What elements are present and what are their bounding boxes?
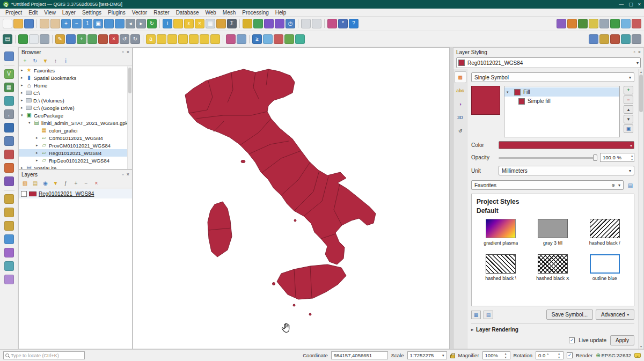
icon-view-toggle[interactable]: ▦ [471, 311, 481, 319]
apply-button[interactable]: Apply [610, 335, 634, 345]
undock-panel-icon[interactable]: ▫ [122, 49, 124, 55]
expand-arrow-icon[interactable] [21, 91, 26, 95]
processing-toolbox-icon[interactable]: * [338, 19, 348, 28]
field-calculator-icon[interactable] [216, 19, 226, 28]
scale-combo[interactable]: 1:7252275 ▾ [407, 351, 447, 359]
add-point-cloud-icon[interactable] [4, 275, 14, 284]
style-item[interactable]: gradient plasma [484, 219, 518, 246]
style-manager-button[interactable]: ▤ [626, 181, 634, 189]
toggle-editing-icon[interactable]: ✎ [55, 34, 65, 44]
close-panel-icon[interactable]: × [638, 49, 641, 55]
minimize-button[interactable]: — [619, 2, 624, 7]
browser-tree-item[interactable]: RipGeo01012021_WGS84 [19, 157, 132, 164]
browser-add-layers-icon[interactable]: + [21, 57, 29, 65]
browser-tree-item[interactable]: D:\ (Volumes) [19, 97, 132, 104]
new-bookmark-icon[interactable] [264, 19, 274, 28]
map-refresh-icon[interactable]: ↻ [147, 19, 157, 28]
style-manager-icon[interactable] [327, 19, 337, 28]
style-item[interactable]: hashed black \ [485, 254, 516, 281]
menu-item[interactable]: Database [173, 10, 202, 16]
expand-arrow-icon[interactable] [21, 83, 26, 87]
zoom-full-icon[interactable]: ▣ [93, 19, 103, 28]
duplicate-symbol-layer-button[interactable]: ▣ [624, 124, 633, 133]
about-icon[interactable] [632, 19, 641, 28]
osm-search-icon[interactable] [263, 34, 273, 44]
clear-filter-icon[interactable]: ⊗ [611, 183, 615, 188]
diagram-options-icon[interactable] [226, 34, 236, 44]
collapse-all-icon[interactable]: − [82, 179, 90, 187]
browser-scrollbar[interactable] [127, 67, 132, 169]
add-virtual-layer-icon[interactable] [4, 176, 14, 186]
layout-manager-icon[interactable] [312, 19, 321, 28]
add-arcgis-layer-icon[interactable] [4, 234, 14, 244]
crs-button[interactable]: ⊕ EPSG:32632 [596, 352, 631, 358]
style-swatch[interactable] [590, 254, 620, 274]
georeferencer-icon[interactable] [557, 19, 566, 28]
plugin-manager-icon[interactable] [610, 19, 620, 28]
undock-panel-icon[interactable]: ▫ [122, 172, 124, 177]
add-spatialite-layer-icon[interactable] [4, 136, 14, 146]
browser-tree-item[interactable]: C:\ [19, 89, 132, 97]
map-canvas[interactable] [133, 47, 450, 349]
save-project-icon[interactable] [24, 19, 34, 28]
undo-icon[interactable]: ↺ [120, 34, 129, 44]
move-feature-icon[interactable] [87, 34, 97, 44]
menu-item[interactable]: Raster [150, 10, 172, 16]
advanced-button[interactable]: Advanced ▾ [596, 310, 634, 320]
spatial-query-icon[interactable] [599, 34, 609, 44]
scroll-down-icon[interactable]: ▾ [639, 344, 643, 348]
filter-expression-icon[interactable]: ƒ [62, 179, 70, 187]
close-button[interactable]: × [638, 2, 641, 7]
browser-collapse-all-icon[interactable]: ↑ [52, 57, 60, 65]
add-vector-tile-icon[interactable] [4, 248, 14, 257]
expand-all-icon[interactable]: + [72, 179, 80, 187]
menu-item[interactable]: Vector [129, 10, 150, 16]
coordinate-box[interactable]: 984157,4056651 [331, 351, 388, 359]
label-pin-icon[interactable] [167, 34, 177, 44]
measure-icon[interactable] [243, 19, 252, 28]
remove-layer-icon[interactable]: × [92, 179, 100, 187]
filter-legend-icon[interactable]: ▼ [52, 179, 60, 187]
spin-down-icon[interactable]: ▾ [558, 356, 560, 359]
symbology-tab[interactable]: ▨ [455, 71, 466, 83]
add-mesh-layer-icon[interactable] [4, 96, 14, 106]
3d-view-tab[interactable]: 3D [455, 112, 466, 123]
redo-icon[interactable]: ↻ [130, 34, 140, 44]
menu-item[interactable]: View [41, 10, 59, 16]
mask-tab[interactable]: ◑ [455, 98, 466, 110]
spin-down-icon[interactable]: ▾ [631, 158, 633, 161]
add-symbol-layer-button[interactable]: + [624, 86, 633, 94]
add-wfs-layer-icon[interactable] [4, 221, 14, 231]
vertex-tool-icon[interactable] [98, 34, 108, 44]
sync-icon[interactable] [295, 34, 305, 44]
style-filter-combo[interactable]: Favorites ⊗ ▾ [471, 180, 624, 190]
annotation-icon[interactable] [589, 19, 598, 28]
add-xyz-layer-icon[interactable] [4, 261, 14, 271]
browser-tree-item[interactable]: Favorites [19, 67, 132, 74]
style-swatch[interactable] [590, 219, 620, 238]
browser-tree-item[interactable]: Reg01012021_WGS84 [19, 149, 132, 157]
lock-scale-icon[interactable] [450, 355, 455, 358]
label-rotate-icon[interactable] [200, 34, 209, 44]
manage-themes-icon[interactable]: ◉ [41, 179, 49, 187]
menu-item[interactable]: Mesh [219, 10, 239, 16]
color-button[interactable]: ▾ [499, 141, 634, 149]
browser-tree-item[interactable]: ProvCM01012021_WGS84 [19, 142, 132, 149]
unit-combo[interactable]: Millimeters ▾ [499, 166, 634, 175]
browser-tree-item[interactable]: Home [19, 82, 132, 89]
symbol-tree-fill-row[interactable]: Fill [504, 87, 619, 97]
add-wms-layer-icon[interactable] [4, 194, 14, 204]
add-postgis-layer-icon[interactable] [4, 123, 14, 132]
styling-layer-combo[interactable]: Reg01012021_WGS84 ▾ [456, 57, 641, 68]
symbol-preview[interactable] [471, 86, 500, 115]
advanced-digitizing-icon[interactable] [599, 19, 609, 28]
topology-checker-icon[interactable] [610, 34, 620, 44]
magnifier-spinbox[interactable]: 100% ▴ ▾ [482, 351, 510, 359]
browser-tree-item[interactable]: SpatiaLite [19, 164, 132, 169]
map-tips-icon[interactable] [253, 19, 263, 28]
history-tab[interactable]: ↺ [455, 125, 466, 137]
style-item[interactable]: hashed black X [536, 254, 569, 281]
menu-item[interactable]: Web [202, 10, 219, 16]
browser-tree-item[interactable]: limiti_admin_STAT_2021_WGS84.gpkg [19, 119, 132, 127]
move-symbol-layer-up-button[interactable]: ▴ [624, 105, 633, 114]
